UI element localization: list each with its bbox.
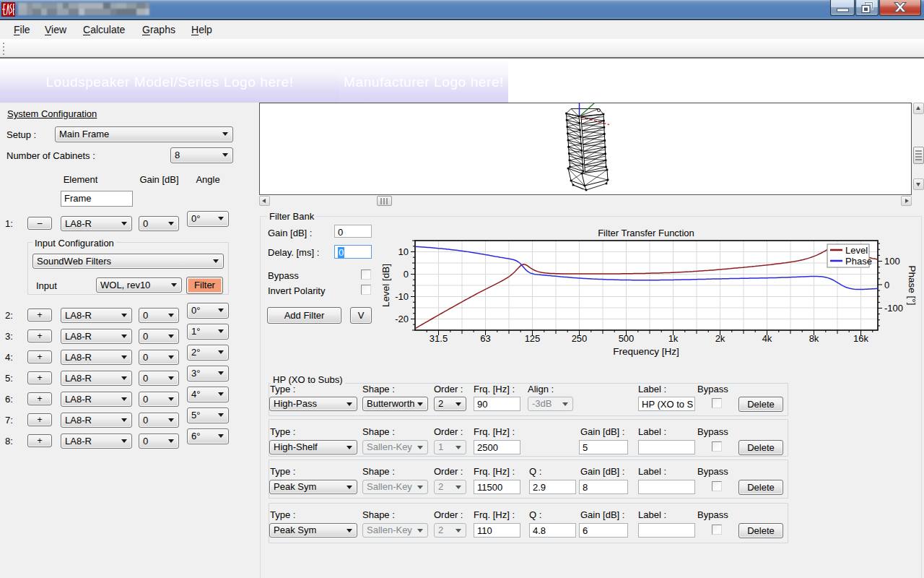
svg-text:0: 0 bbox=[404, 269, 409, 280]
svg-text:Phase: Phase bbox=[845, 256, 872, 267]
svg-text:16k: 16k bbox=[853, 333, 868, 344]
svg-text:2k: 2k bbox=[715, 333, 725, 344]
svg-text:31.5: 31.5 bbox=[430, 333, 448, 344]
svg-text:Level: Level bbox=[845, 245, 868, 256]
svg-text:8k: 8k bbox=[809, 333, 819, 344]
svg-text:Filter Transfer Function: Filter Transfer Function bbox=[598, 228, 694, 238]
svg-text:63: 63 bbox=[480, 333, 490, 344]
svg-text:Frequency [Hz]: Frequency [Hz] bbox=[613, 346, 679, 357]
svg-text:-10: -10 bbox=[395, 291, 409, 302]
svg-text:250: 250 bbox=[572, 333, 588, 344]
svg-text:4k: 4k bbox=[762, 333, 772, 344]
svg-text:125: 125 bbox=[525, 333, 541, 344]
svg-text:100: 100 bbox=[884, 256, 900, 267]
svg-text:500: 500 bbox=[619, 333, 635, 344]
svg-text:10: 10 bbox=[398, 246, 409, 257]
svg-text:0: 0 bbox=[884, 280, 889, 290]
svg-text:Level [dB]: Level [dB] bbox=[380, 264, 391, 307]
svg-text:-20: -20 bbox=[395, 314, 409, 324]
svg-text:1k: 1k bbox=[668, 333, 679, 344]
svg-text:-100: -100 bbox=[884, 303, 903, 314]
svg-text:Phase [°]: Phase [°] bbox=[907, 266, 918, 306]
